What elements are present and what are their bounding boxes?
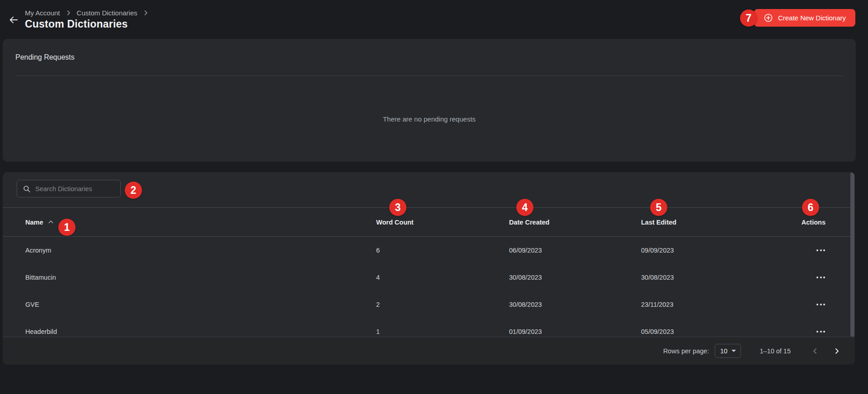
cell-word-count: 2 bbox=[376, 291, 380, 318]
cell-name: Headerbild bbox=[25, 318, 57, 337]
annotation-badge-4: 4 bbox=[516, 199, 533, 216]
annotation-badge-2: 2 bbox=[125, 182, 142, 199]
dot-icon bbox=[823, 331, 825, 333]
cell-word-count: 6 bbox=[376, 237, 380, 264]
cell-date-created: 01/09/2023 bbox=[509, 318, 542, 337]
rows-per-page-label: Rows per page: bbox=[663, 347, 709, 355]
chevron-right-icon bbox=[142, 9, 149, 16]
cell-last-edited: 23/11/2023 bbox=[641, 291, 674, 318]
breadcrumb-my-account[interactable]: My Account bbox=[25, 9, 60, 17]
breadcrumb: My Account Custom Dictionaries bbox=[25, 9, 149, 17]
dot-icon bbox=[816, 249, 818, 251]
search-icon bbox=[23, 185, 31, 193]
vertical-scrollbar[interactable] bbox=[850, 172, 854, 337]
rows-per-page-value: 10 bbox=[720, 347, 727, 355]
pending-requests-empty-message: There are no pending requests bbox=[3, 76, 856, 162]
cell-last-edited: 05/09/2023 bbox=[641, 318, 674, 337]
page-title: Custom Dictionaries bbox=[25, 18, 127, 30]
caret-down-icon bbox=[731, 350, 736, 352]
dot-icon bbox=[820, 249, 822, 251]
annotation-badge-1: 1 bbox=[58, 219, 75, 236]
back-button[interactable] bbox=[6, 14, 21, 26]
annotation-badge-5: 5 bbox=[650, 199, 667, 216]
column-header-name-label: Name bbox=[25, 219, 43, 226]
sort-ascending-icon bbox=[47, 218, 55, 226]
chevron-right-icon bbox=[832, 347, 841, 356]
table-pagination-bar: Rows per page: 10 1–10 of 15 bbox=[3, 337, 855, 365]
cell-actions bbox=[816, 264, 826, 291]
table-header-row: Name Word Count Date Created Last Edited… bbox=[3, 207, 855, 237]
pending-requests-panel: Pending Requests There are no pending re… bbox=[3, 39, 856, 162]
row-actions-menu-button[interactable] bbox=[816, 301, 826, 308]
cell-actions bbox=[816, 291, 826, 318]
row-actions-menu-button[interactable] bbox=[816, 328, 826, 335]
dot-icon bbox=[823, 277, 825, 278]
table-row: Acronym 6 06/09/2023 09/09/2023 bbox=[3, 237, 855, 264]
column-header-name[interactable]: Name bbox=[25, 208, 55, 236]
previous-page-button[interactable] bbox=[810, 346, 821, 356]
arrow-left-icon bbox=[8, 15, 19, 25]
search-input[interactable] bbox=[35, 185, 115, 192]
cell-date-created: 30/08/2023 bbox=[509, 264, 542, 291]
dot-icon bbox=[816, 304, 818, 305]
chevron-right-icon bbox=[65, 9, 72, 16]
next-page-button[interactable] bbox=[831, 346, 842, 356]
cell-name: GVE bbox=[25, 291, 39, 318]
pending-requests-title: Pending Requests bbox=[3, 39, 856, 75]
breadcrumb-custom-dictionaries[interactable]: Custom Dictionaries bbox=[77, 9, 137, 17]
cell-name: Acronym bbox=[25, 237, 51, 264]
cell-actions bbox=[816, 237, 826, 264]
chevron-left-icon bbox=[811, 347, 820, 356]
cell-actions bbox=[816, 318, 826, 337]
cell-word-count: 1 bbox=[376, 318, 380, 337]
cell-date-created: 30/08/2023 bbox=[509, 291, 542, 318]
dot-icon bbox=[820, 277, 822, 278]
dot-icon bbox=[816, 331, 818, 333]
rows-per-page-select[interactable]: 10 bbox=[715, 344, 741, 358]
table-row: Headerbild 1 01/09/2023 05/09/2023 bbox=[3, 318, 855, 337]
dictionaries-panel: Name Word Count Date Created Last Edited… bbox=[3, 172, 855, 365]
cell-word-count: 4 bbox=[376, 264, 380, 291]
cell-last-edited: 09/09/2023 bbox=[641, 237, 674, 264]
create-button-label: Create New Dictionary bbox=[778, 14, 846, 22]
row-actions-menu-button[interactable] bbox=[816, 247, 826, 254]
create-new-dictionary-button[interactable]: Create New Dictionary bbox=[754, 9, 855, 27]
annotation-badge-6: 6 bbox=[802, 199, 819, 216]
cell-name: Bittamucin bbox=[25, 264, 56, 291]
dot-icon bbox=[820, 331, 822, 333]
pagination-range-label: 1–10 of 15 bbox=[760, 347, 791, 355]
annotation-badge-7: 7 bbox=[740, 9, 757, 27]
top-bar: My Account Custom Dictionaries Custom Di… bbox=[0, 0, 868, 39]
plus-circle-icon bbox=[764, 13, 773, 23]
table-row: GVE 2 30/08/2023 23/11/2023 bbox=[3, 291, 855, 318]
annotation-badge-3: 3 bbox=[389, 199, 406, 216]
search-box bbox=[17, 180, 121, 197]
dot-icon bbox=[823, 249, 825, 251]
dot-icon bbox=[820, 304, 822, 305]
dot-icon bbox=[816, 277, 818, 278]
dot-icon bbox=[823, 304, 825, 305]
cell-last-edited: 30/08/2023 bbox=[641, 264, 674, 291]
cell-date-created: 06/09/2023 bbox=[509, 237, 542, 264]
table-body: Acronym 6 06/09/2023 09/09/2023 Bittamuc… bbox=[3, 237, 855, 337]
table-row: Bittamucin 4 30/08/2023 30/08/2023 bbox=[3, 264, 855, 291]
row-actions-menu-button[interactable] bbox=[816, 274, 826, 281]
